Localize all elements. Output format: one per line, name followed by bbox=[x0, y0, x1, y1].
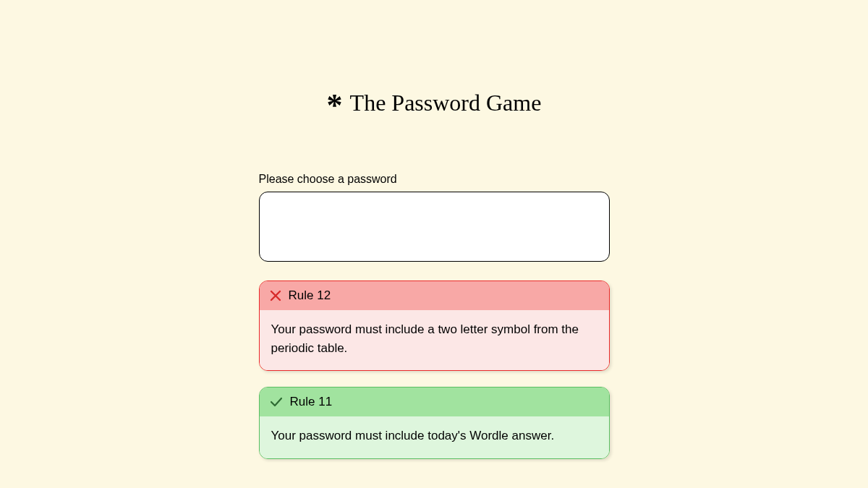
rule-label: Rule 12 bbox=[289, 288, 331, 303]
rule-text: Your password must include a two letter … bbox=[260, 310, 609, 370]
password-prompt: Please choose a password bbox=[259, 173, 610, 186]
rule-text: Your password must include today's Wordl… bbox=[260, 416, 609, 458]
password-input[interactable] bbox=[259, 192, 610, 262]
rule-header: Rule 11 bbox=[260, 388, 609, 416]
rule-label: Rule 11 bbox=[290, 395, 333, 409]
rule-card-pass: Rule 11 Your password must include today… bbox=[259, 387, 610, 459]
check-icon bbox=[270, 396, 283, 408]
page-title-row: * The Password Game bbox=[259, 87, 610, 119]
asterisk-icon: * bbox=[327, 90, 343, 121]
rule-card-fail: Rule 12 Your password must include a two… bbox=[259, 281, 610, 371]
x-icon bbox=[270, 290, 281, 301]
page-title: The Password Game bbox=[350, 90, 542, 116]
rule-header: Rule 12 bbox=[260, 281, 609, 310]
